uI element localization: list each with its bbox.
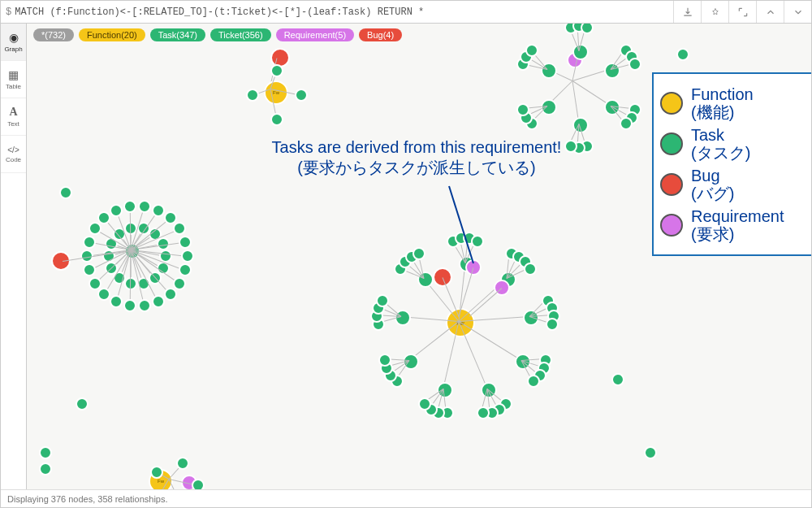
- graph-node[interactable]: [527, 375, 540, 388]
- graph-node[interactable]: [525, 44, 538, 57]
- graph-edge: [469, 288, 503, 317]
- legend-item: Bug(バグ): [660, 167, 805, 202]
- legend-label: Function(機能): [691, 85, 754, 121]
- annotation-line1: Tasks are derived from this requirement!: [189, 137, 644, 158]
- graph-node[interactable]: [376, 294, 389, 307]
- legend-label: Requirement(要求): [691, 207, 784, 243]
- code-icon: </>: [7, 145, 19, 154]
- sidebar-item-table[interactable]: ▦ Table: [1, 61, 26, 98]
- query-actions: [673, 1, 811, 23]
- text-icon: A: [9, 106, 17, 119]
- body: ◉ Graph ▦ Table A Text </> Code *(732) F…: [1, 24, 811, 489]
- graph-node[interactable]: [179, 263, 192, 276]
- graph-node[interactable]: [192, 479, 205, 489]
- legend-dot-function: [660, 92, 683, 115]
- legend-item: Task(タスク): [660, 126, 805, 162]
- graph-node[interactable]: Fw: [264, 80, 288, 105]
- annotation-line2: (要求からタスクが派生している): [189, 158, 644, 178]
- legend-label: Bug(バグ): [691, 167, 734, 202]
- graph-node[interactable]: [138, 200, 151, 213]
- graph-node[interactable]: [179, 236, 192, 249]
- legend-item: Function(機能): [660, 85, 805, 121]
- sidebar-item-text[interactable]: A Text: [1, 98, 26, 136]
- graph-node[interactable]: [39, 446, 52, 459]
- graph-node[interactable]: [138, 299, 151, 312]
- graph-node[interactable]: [97, 288, 110, 301]
- download-icon[interactable]: [673, 1, 701, 23]
- legend-dot-requirement: [660, 214, 683, 237]
- graph-node[interactable]: [164, 288, 177, 301]
- app-window: $ MATCH (f:Function)<-[:RELATED_TO]-(t:T…: [0, 0, 812, 508]
- graph-node[interactable]: [173, 277, 186, 290]
- sidebar-item-code[interactable]: </> Code: [1, 136, 26, 173]
- graph-edge: [459, 321, 488, 389]
- graph-node[interactable]: [378, 354, 391, 367]
- graph-node[interactable]: [412, 247, 425, 260]
- graph-node[interactable]: [628, 58, 641, 71]
- graph-node[interactable]: [83, 236, 96, 249]
- graph-node[interactable]: [173, 222, 186, 235]
- graph-node[interactable]: [176, 457, 189, 470]
- view-sidebar: ◉ Graph ▦ Table A Text </> Code: [1, 24, 27, 489]
- graph-node[interactable]: [270, 113, 283, 126]
- graph-node[interactable]: [76, 397, 89, 410]
- graph-node[interactable]: [110, 295, 123, 308]
- sidebar-label: Graph: [4, 46, 22, 53]
- legend-dot-task: [660, 132, 683, 155]
- graph-node[interactable]: [123, 299, 136, 312]
- status-footer: Displaying 376 nodes, 358 relationships.: [1, 489, 811, 507]
- graph-node[interactable]: [644, 446, 657, 459]
- collapse-up-icon[interactable]: [756, 1, 784, 23]
- prompt-symbol: $: [6, 7, 11, 18]
- graph-node[interactable]: [418, 397, 431, 410]
- graph-node[interactable]: [89, 277, 102, 290]
- graph-node[interactable]: [524, 263, 537, 276]
- graph-node[interactable]: [150, 466, 163, 479]
- graph-icon: ◉: [9, 31, 19, 44]
- graph-node[interactable]: [246, 89, 259, 102]
- graph-edge: [408, 321, 459, 361]
- graph-node[interactable]: [295, 89, 308, 102]
- graph-node[interactable]: [39, 462, 52, 475]
- graph-node[interactable]: [581, 24, 594, 34]
- legend-dot-bug: [660, 173, 683, 196]
- graph-node[interactable]: [477, 406, 490, 419]
- graph-node[interactable]: [270, 64, 283, 77]
- graph-node[interactable]: [471, 235, 484, 248]
- collapse-down-icon[interactable]: [784, 1, 811, 23]
- sidebar-label: Code: [6, 156, 21, 163]
- legend-box: Function(機能) Task(タスク) Bug(バグ) Requireme…: [652, 72, 811, 256]
- annotation-text: Tasks are derived from this requirement!…: [189, 137, 644, 178]
- expand-icon[interactable]: [728, 1, 756, 23]
- graph-node[interactable]: [152, 204, 165, 217]
- graph-node[interactable]: [676, 48, 689, 61]
- pin-icon[interactable]: [701, 1, 728, 23]
- query-input[interactable]: $ MATCH (f:Function)<-[:RELATED_TO]-(t:T…: [1, 1, 673, 23]
- graph-node[interactable]: [611, 373, 624, 386]
- graph-node[interactable]: [51, 251, 71, 271]
- query-string: MATCH (f:Function)<-[:RELATED_TO]-(t:Tic…: [15, 7, 424, 18]
- graph-node[interactable]: [89, 222, 102, 235]
- graph-node[interactable]: [83, 263, 96, 276]
- table-icon: ▦: [8, 68, 19, 81]
- status-text: Displaying 376 nodes, 358 relationships.: [7, 494, 168, 504]
- sidebar-label: Text: [7, 120, 19, 128]
- graph-node[interactable]: [124, 277, 137, 290]
- graph-node[interactable]: [59, 186, 72, 199]
- legend-item: Requirement(要求): [660, 207, 805, 243]
- graph-node[interactable]: [123, 200, 136, 213]
- legend-label: Task(タスク): [691, 126, 750, 162]
- graph-node[interactable]: [181, 250, 194, 263]
- sidebar-item-graph[interactable]: ◉ Graph: [1, 24, 26, 61]
- graph-canvas[interactable]: *(732) Function(20) Task(347) Ticket(356…: [27, 24, 811, 489]
- graph-node[interactable]: [620, 117, 633, 130]
- graph-edge: [459, 321, 522, 361]
- query-bar: $ MATCH (f:Function)<-[:RELATED_TO]-(t:T…: [1, 1, 811, 24]
- graph-node[interactable]: [546, 318, 559, 331]
- sidebar-label: Table: [6, 83, 21, 90]
- graph-node[interactable]: [152, 295, 165, 308]
- graph-node[interactable]: [110, 204, 123, 217]
